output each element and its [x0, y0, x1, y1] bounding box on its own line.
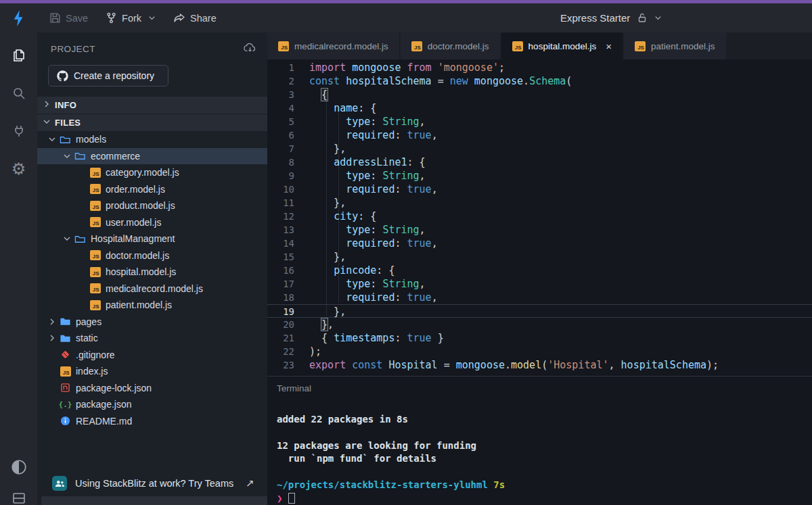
tree-item-label: .gitignore [76, 350, 115, 360]
chevron-right-icon [47, 334, 58, 342]
code-line-14: 14 required: true, [267, 237, 812, 250]
theme-contrast-icon[interactable] [5, 454, 32, 481]
teams-icon [52, 476, 67, 491]
search-icon[interactable] [5, 80, 32, 107]
project-section-label: PROJECT [51, 44, 95, 54]
chevron-down-icon [47, 135, 58, 143]
code-line-17: 17 type: String, [267, 277, 812, 291]
save-label: Save [66, 13, 88, 24]
js-file-icon: JS [89, 250, 101, 261]
terminal-line: added 22 packages in 8s [277, 413, 812, 427]
line-number: 22 [267, 345, 309, 358]
tree-file-hospital-model-js[interactable]: JShospital.model.js [37, 264, 267, 281]
unlocked-icon [637, 12, 648, 24]
tree-item-label: doctor.model.js [106, 250, 169, 261]
code-line-3: 3 { [267, 88, 812, 101]
tab-hospital-model-js[interactable]: JShospital.model.js× [501, 32, 623, 59]
js-file-icon: JS [89, 167, 101, 178]
ports-plug-icon[interactable] [5, 118, 32, 145]
tab-bar: JSmedicalrecord.model.jsJSdoctor.model.j… [267, 32, 812, 59]
tree-item-label: package-lock.json [76, 383, 152, 393]
close-icon[interactable]: × [606, 41, 612, 52]
tree-item-label: product.model.js [106, 200, 175, 211]
code-line-12: 12 city: { [267, 210, 812, 223]
project-menu-chevron-icon[interactable] [654, 14, 662, 22]
project-title: Express Starter [560, 12, 630, 24]
code-line-21: 21 { timestamps: true } [267, 331, 812, 345]
line-number: 15 [267, 250, 309, 264]
line-number: 12 [267, 210, 309, 223]
tree-file-user-model-js[interactable]: JSuser.model.js [37, 214, 267, 231]
section-header-files[interactable]: FILES [37, 114, 267, 131]
code-line-19: 19 }, [267, 304, 812, 318]
tree-file-doctor-model-js[interactable]: JSdoctor.model.js [37, 247, 267, 264]
save-button[interactable]: Save [49, 12, 88, 24]
teams-promo-link[interactable]: Using StackBlitz at work? Try Teams ↗ [37, 471, 267, 496]
tree-file-package-lock-json[interactable]: package-lock.json [37, 380, 267, 397]
file-tree: modelsecommerceJScategory.model.jsJSorde… [37, 131, 267, 505]
tab-patient-model-js[interactable]: JSpatient.model.js [624, 32, 726, 59]
fork-button[interactable]: Fork [106, 12, 141, 24]
tree-file-readme-md[interactable]: README.md [37, 413, 267, 430]
terminal-line [277, 466, 812, 479]
js-file-icon: JS [89, 217, 101, 228]
tree-file-product-model-js[interactable]: JSproduct.model.js [37, 197, 267, 214]
line-number: 5 [267, 115, 309, 128]
tree-file-category-model-js[interactable]: JScategory.model.js [37, 164, 267, 181]
js-file-icon: JS [89, 266, 101, 277]
sidebar: PROJECT Create a repository INFOFILES mo… [37, 32, 267, 505]
tree-item-label: category.model.js [106, 167, 179, 178]
tab-medicalrecord-model-js[interactable]: JSmedicalrecord.model.js [267, 32, 399, 59]
fork-dropdown-chevron-icon[interactable] [148, 12, 156, 24]
explorer-icon[interactable] [5, 42, 32, 69]
line-number: 4 [267, 101, 309, 115]
line-number: 9 [267, 169, 309, 183]
tree-item-label: hospital.model.js [106, 266, 176, 277]
code-line-23: 23export const Hospital = mongoose.model… [267, 358, 812, 372]
terminal-title: Terminal [277, 383, 812, 393]
tree-folder-hospitalmanagment[interactable]: HospitalManagment [37, 231, 267, 247]
stackblitz-logo-icon[interactable] [0, 9, 37, 27]
tab-label: doctor.model.js [428, 41, 489, 51]
terminal-line: 12 packages are looking for funding [277, 439, 812, 453]
tree-file-order-model-js[interactable]: JSorder.model.js [37, 181, 267, 198]
tree-file-index-js[interactable]: JSindex.js [37, 363, 267, 380]
line-number: 7 [267, 142, 309, 155]
tree-folder-ecommerce[interactable]: ecommerce [37, 148, 267, 165]
js-file-icon: JS [89, 184, 101, 195]
section-header-info[interactable]: INFO [37, 96, 267, 114]
tree-item-label: medicalrecord.model.js [106, 283, 203, 294]
line-number: 1 [267, 61, 309, 74]
tree-item-label: order.model.js [106, 184, 165, 195]
code-line-8: 8 addressLine1: { [267, 155, 812, 169]
js-file-icon: JS [635, 41, 646, 51]
tree-file-medicalrecord-model-js[interactable]: JSmedicalrecord.model.js [37, 281, 267, 297]
git-file-icon [60, 350, 71, 360]
folder-icon [74, 233, 86, 244]
project-title-group[interactable]: Express Starter [560, 12, 662, 24]
terminal-prompt: ❯ [277, 493, 282, 504]
settings-gear-icon[interactable]: ⚙ [5, 155, 32, 183]
panel-toggle-icon[interactable] [5, 485, 32, 505]
share-button[interactable]: Share [173, 12, 217, 24]
tab-doctor-model-js[interactable]: JSdoctor.model.js [401, 32, 500, 59]
tree-folder-models[interactable]: models [37, 131, 267, 148]
tree-item-label: pages [76, 316, 102, 327]
tab-label: hospital.model.js [528, 41, 597, 51]
tree-file-package-json[interactable]: {.}package.json [37, 396, 267, 413]
code-line-4: 4 name: { [267, 101, 812, 115]
tree-file--gitignore[interactable]: .gitignore [37, 347, 267, 364]
line-number: 8 [267, 155, 309, 169]
tree-folder-pages[interactable]: pages [37, 314, 267, 331]
fork-label: Fork [122, 13, 141, 24]
cloud-download-icon[interactable] [244, 42, 256, 55]
tree-folder-static[interactable]: static [37, 330, 267, 347]
terminal-line[interactable]: ❯ [277, 492, 812, 505]
folder-icon [60, 134, 71, 145]
line-number: 19 [267, 305, 309, 317]
terminal-panel[interactable]: Terminal added 22 packages in 8s12 packa… [267, 376, 812, 505]
tree-file-patient-model-js[interactable]: JSpatient.model.js [37, 297, 267, 314]
sidebar-sections: INFOFILES [37, 96, 267, 131]
create-repository-button[interactable]: Create a repository [48, 65, 168, 87]
code-editor[interactable]: 1import mongoose from 'mongoose';2const … [267, 59, 812, 376]
